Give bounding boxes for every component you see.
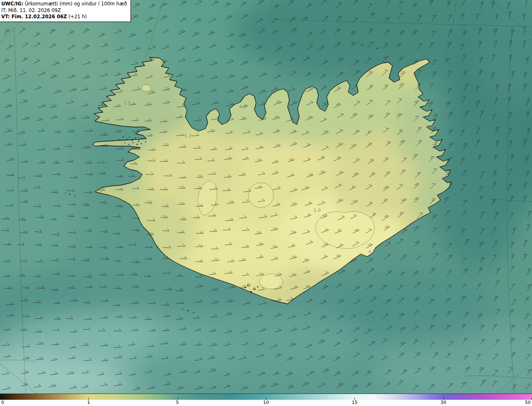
valid-time-offset: (+21 h) — [69, 14, 87, 20]
colorbar-tick-label: 10 — [263, 400, 269, 405]
colorbar-tick-label: 0 — [1, 400, 4, 405]
product-code: UWC/IG: — [1, 1, 23, 7]
valid-time-main: VT: Fim. 12.02.2026 06Z — [1, 14, 67, 20]
colorbar-tick-label: 50 — [525, 400, 531, 405]
colorbar-ticks: 01510153050 — [0, 394, 532, 406]
colorbar: 01510153050 — [0, 394, 532, 406]
valid-time: VT: Fim. 12.02.2026 06Z (+21 h) — [1, 14, 127, 20]
colorbar-tick-label: 5 — [176, 400, 179, 405]
product-title: UWC/IG: Úrkomumætti (mm) og vindur í 100… — [1, 1, 127, 7]
precipitation-wind-map — [0, 0, 532, 394]
colorbar-tick-label: 1 — [87, 400, 90, 405]
colorbar-tick-label: 15 — [352, 400, 357, 405]
title-box: UWC/IG: Úrkomumætti (mm) og vindur í 100… — [0, 0, 131, 22]
product-description: Úrkomumætti (mm) og vindur í 100m hæð — [25, 1, 127, 7]
colorbar-tick-mark — [0, 398, 0, 400]
weather-map-app: 4.52.44.94.65.22.61.04.56.25.97.3 UWC/IG… — [0, 0, 532, 406]
dither-texture — [0, 0, 532, 394]
map-canvas: 4.52.44.94.65.22.61.04.56.25.97.3 UWC/IG… — [0, 0, 532, 394]
colorbar-tick-label: 30 — [441, 400, 446, 405]
init-time: IT: Mið. 11. 02. 2026 09Z — [1, 7, 127, 14]
